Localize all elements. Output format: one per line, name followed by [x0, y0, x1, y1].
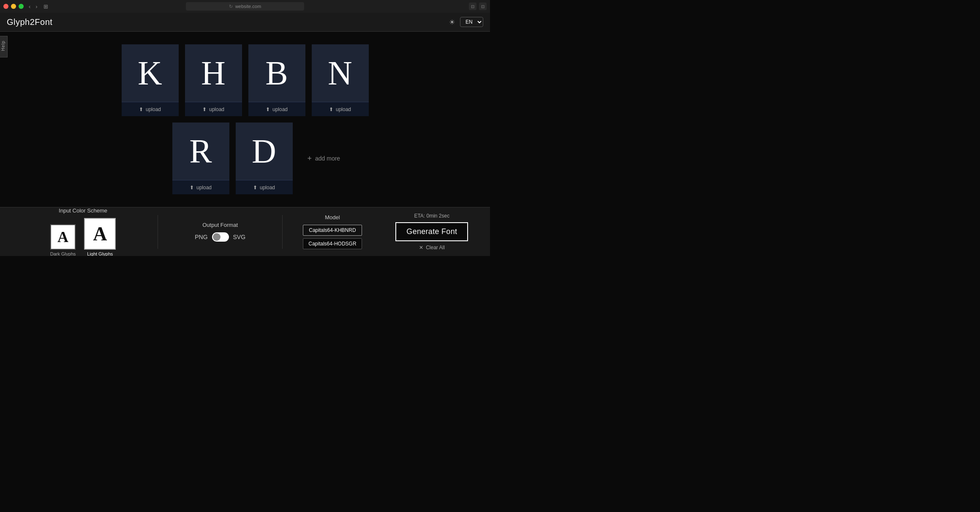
url-bar[interactable]: ↻ website.com — [186, 2, 304, 11]
glyph-letter-d: D — [252, 134, 276, 168]
upload-icon-h: ⬆ — [202, 106, 207, 112]
generate-section: ETA: 0min 2sec Generate Font ✕ Clear All — [382, 213, 482, 251]
eta-label: ETA: 0min 2sec — [414, 213, 449, 219]
glyph-card-d[interactable]: D ⬆ upload — [236, 123, 293, 194]
glyph-card-b[interactable]: B ⬆ upload — [248, 44, 305, 116]
app-header: Glyph2Font ☀ EN FR DE — [0, 13, 490, 32]
light-glyphs-label: Light Glyphs — [87, 251, 113, 256]
main-content: K ⬆ upload H ⬆ upload B — [0, 32, 490, 207]
help-tab[interactable]: Help — [0, 36, 8, 57]
title-bar: ‹ › ⊞ ↻ website.com ⊡ ⊡ — [0, 0, 490, 13]
glyph-upload-bar-r[interactable]: ⬆ upload — [172, 180, 229, 194]
glyph-letter-n: N — [328, 56, 352, 90]
output-format-label: Output Format — [202, 222, 238, 228]
glyph-letter-area-d: D — [236, 123, 293, 180]
glyph-card-k[interactable]: K ⬆ upload — [122, 44, 179, 116]
sidebar-toggle-button[interactable]: ⊞ — [41, 3, 51, 11]
maximize-button[interactable] — [19, 4, 24, 9]
glyphs-row-2: R ⬆ upload D ⬆ upload + add more — [172, 123, 369, 194]
dark-glyphs-letter: A — [57, 228, 68, 246]
add-more-label: add more — [315, 155, 340, 162]
glyph-letter-area-h: H — [185, 44, 242, 102]
glyph-letter-area-n: N — [312, 44, 369, 102]
glyph-letter-area-k: K — [122, 44, 179, 102]
png-label: PNG — [195, 234, 207, 240]
upload-icon-r: ⬆ — [190, 185, 194, 191]
glyph-letter-area-b: B — [248, 44, 305, 102]
back-button[interactable]: ‹ — [27, 3, 32, 11]
theme-toggle-button[interactable]: ☀ — [449, 18, 455, 26]
glyph-upload-bar-n[interactable]: ⬆ upload — [312, 102, 369, 116]
glyph-letter-k: K — [138, 56, 162, 90]
glyph-upload-bar-k[interactable]: ⬆ upload — [122, 102, 179, 116]
glyph-letter-b: B — [265, 56, 288, 90]
upload-label-n: upload — [336, 106, 351, 112]
glyph-letter-h: H — [201, 56, 226, 90]
dark-glyphs-label: Dark Glyphs — [50, 251, 76, 256]
format-toggle-switch[interactable] — [212, 232, 229, 242]
help-tab-label: Help — [1, 41, 5, 51]
minimize-button[interactable] — [11, 4, 16, 9]
glyphs-row-1: K ⬆ upload H ⬆ upload B — [122, 44, 369, 116]
light-glyphs-preview: A — [84, 218, 116, 250]
upload-icon-b: ⬆ — [266, 106, 270, 112]
camera-button[interactable]: ⊡ — [479, 3, 487, 10]
forward-button[interactable]: › — [34, 3, 39, 11]
toggle-slider — [212, 232, 229, 242]
header-right: ☀ EN FR DE — [449, 17, 483, 27]
glyph-upload-bar-h[interactable]: ⬆ upload — [185, 102, 242, 116]
plus-icon: + — [308, 154, 312, 163]
clear-icon: ✕ — [419, 245, 423, 251]
title-bar-actions: ⊡ ⊡ — [469, 3, 487, 10]
input-color-scheme-section: Input Color Scheme A Dark Glyphs A Light… — [8, 207, 158, 256]
upload-label-d: upload — [260, 185, 275, 191]
app-title: Glyph2Font — [7, 17, 52, 27]
glyphs-wrapper: K ⬆ upload H ⬆ upload B — [122, 44, 369, 194]
language-select[interactable]: EN FR DE — [460, 17, 483, 27]
refresh-icon: ↻ — [229, 4, 233, 9]
glyph-card-h[interactable]: H ⬆ upload — [185, 44, 242, 116]
light-glyphs-letter: A — [93, 223, 107, 245]
upload-icon-d: ⬆ — [253, 185, 257, 191]
upload-label-b: upload — [272, 106, 288, 112]
nav-buttons: ‹ › — [27, 3, 39, 11]
clear-all-button[interactable]: ✕ Clear All — [419, 245, 445, 251]
url-text: website.com — [235, 4, 261, 9]
model-option-2[interactable]: Capitals64-HODSGR — [303, 238, 362, 249]
close-button[interactable] — [3, 4, 8, 9]
upload-label-k: upload — [146, 106, 161, 112]
add-more-button[interactable]: + add more — [303, 150, 345, 167]
dark-glyphs-option[interactable]: A Dark Glyphs — [50, 224, 76, 256]
glyph-letter-area-r: R — [172, 123, 229, 180]
input-color-scheme-label: Input Color Scheme — [59, 207, 107, 214]
model-option-1[interactable]: Capitals64-KHBNRD — [303, 225, 362, 236]
glyph-card-n[interactable]: N ⬆ upload — [312, 44, 369, 116]
bottom-panel: Input Color Scheme A Dark Glyphs A Light… — [0, 207, 490, 256]
generate-font-button[interactable]: Generate Font — [395, 222, 468, 241]
upload-icon-n: ⬆ — [329, 106, 333, 112]
light-glyphs-option[interactable]: A Light Glyphs — [84, 218, 116, 256]
model-section: Model Capitals64-KHBNRD Capitals64-HODSG… — [283, 214, 382, 249]
glyph-upload-bar-d[interactable]: ⬆ upload — [236, 180, 293, 194]
glyph-upload-bar-b[interactable]: ⬆ upload — [248, 102, 305, 116]
share-button[interactable]: ⊡ — [469, 3, 476, 10]
svg-label: SVG — [233, 234, 246, 240]
window-controls — [3, 4, 24, 9]
glyph-card-r[interactable]: R ⬆ upload — [172, 123, 229, 194]
model-label: Model — [325, 214, 340, 221]
color-scheme-options: A Dark Glyphs A Light Glyphs — [50, 218, 116, 256]
model-options: Capitals64-KHBNRD Capitals64-HODSGR — [303, 225, 362, 249]
dark-glyphs-preview: A — [50, 224, 76, 250]
output-format-section: Output Format PNG SVG — [158, 222, 282, 242]
upload-label-r: upload — [196, 185, 212, 191]
glyph-letter-r: R — [189, 134, 212, 168]
format-toggle: PNG SVG — [195, 232, 245, 242]
clear-all-label: Clear All — [426, 245, 445, 251]
upload-icon-k: ⬆ — [139, 106, 143, 112]
upload-label-h: upload — [209, 106, 224, 112]
